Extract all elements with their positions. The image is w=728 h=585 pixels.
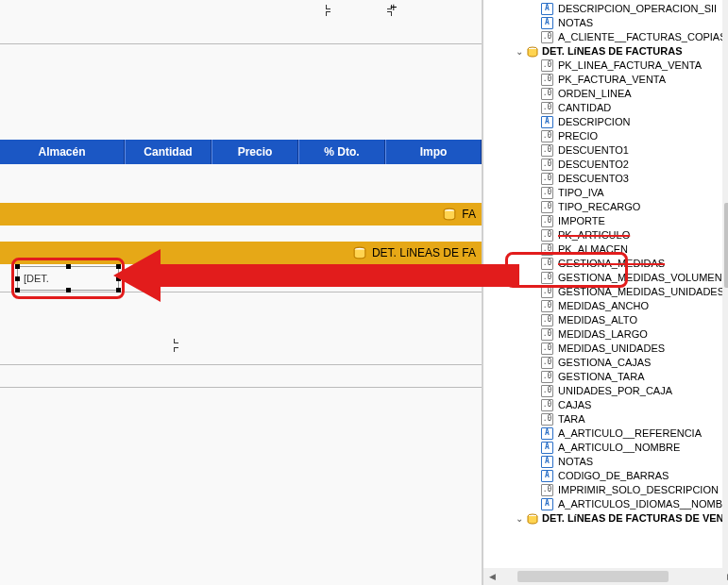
numeric-field-icon: .0 bbox=[540, 74, 554, 86]
tree-item-gestiona-medidas-volumen[interactable]: .0GESTIONA_MEDIDAS_VOLUMEN bbox=[483, 271, 728, 285]
scroll-right-icon[interactable]: ▶ bbox=[721, 568, 728, 585]
numeric-field-icon: .0 bbox=[540, 130, 554, 142]
col-almacen: Almacén bbox=[0, 140, 125, 164]
tree-item-cantidad[interactable]: .0CANTIDAD bbox=[483, 101, 728, 115]
field-placeholder-2[interactable]: ⌐[DET bbox=[283, 266, 312, 291]
tree-item-unidades-por-caja[interactable]: .0UNIDADES_POR_CAJA bbox=[483, 384, 728, 398]
tree-item-pk-almacen[interactable]: .0PK_ALMACEN bbox=[483, 242, 728, 257]
scroll-left-icon[interactable]: ◀ bbox=[483, 568, 500, 585]
text-field-icon: A bbox=[540, 116, 554, 128]
tree-item-pk-linea-factura-venta[interactable]: .0PK_LINEA_FACTURA_VENTA bbox=[483, 58, 728, 73]
text-field-icon: A bbox=[540, 17, 554, 29]
horizontal-scrollbar[interactable]: ◀ ▶ bbox=[483, 568, 728, 585]
field-placeholder-3[interactable]: ⌐[DET bbox=[340, 266, 368, 291]
numeric-field-icon: .0 bbox=[540, 201, 554, 213]
database-icon bbox=[443, 208, 456, 221]
tree-item-cajas[interactable]: .0CAJAS bbox=[483, 398, 728, 412]
section-band-fa-label: FA bbox=[462, 208, 476, 221]
report-designer-canvas[interactable]: + Almacén Cantidad Precio % Dto. Impo FA… bbox=[0, 0, 482, 585]
numeric-field-icon: .0 bbox=[540, 187, 554, 199]
numeric-field-icon: .0 bbox=[540, 159, 554, 171]
numeric-field-icon: .0 bbox=[540, 59, 554, 72]
col-cantidad: Cantidad bbox=[125, 140, 212, 164]
text-field-icon: A bbox=[540, 470, 554, 482]
tree-item-pk-articulo[interactable]: .0PK_ARTICULO bbox=[483, 228, 728, 242]
text-field-icon: A bbox=[540, 3, 554, 15]
numeric-field-icon: .0 bbox=[540, 385, 554, 397]
numeric-field-icon: .0 bbox=[540, 258, 554, 270]
selected-field-label: [DET. bbox=[24, 273, 49, 284]
numeric-field-icon: .0 bbox=[540, 399, 554, 411]
selected-field-pk-almacen[interactable]: [DET. bbox=[11, 258, 125, 299]
numeric-field-icon: .0 bbox=[540, 300, 554, 312]
expand-toggle-icon[interactable]: ⌄ bbox=[514, 44, 525, 58]
tree-item-descuento1[interactable]: .0DESCUENTO1 bbox=[483, 143, 728, 158]
text-field-icon: A bbox=[540, 456, 554, 468]
tree-item-medidas-alto[interactable]: .0MEDIDAS_ALTO bbox=[483, 313, 728, 327]
tree-item-a-cliente-facturas-copias[interactable]: .0A_CLIENTE__FACTURAS_COPIAS bbox=[483, 30, 728, 44]
tree-item-codigo-de-barras[interactable]: ACODIGO_DE_BARRAS bbox=[483, 469, 728, 483]
tree-item-a-articulo-nombre[interactable]: AA_ARTICULO__NOMBRE bbox=[483, 441, 728, 455]
tree-item-orden-linea[interactable]: .0ORDEN_LINEA bbox=[483, 87, 728, 101]
numeric-field-icon: .0 bbox=[540, 286, 554, 298]
tree-item-gestiona-medidas-unidades[interactable]: .0GESTIONA_MEDIDAS_UNIDADES bbox=[483, 285, 728, 299]
tree-item-gestiona-tara[interactable]: .0GESTIONA_TARA bbox=[483, 370, 728, 384]
fields-tree[interactable]: ADESCRIPCION_OPERACION_SIIANOTAS.0A_CLIE… bbox=[483, 2, 728, 526]
col-importe: Impo bbox=[385, 140, 482, 164]
numeric-field-icon: .0 bbox=[540, 484, 554, 496]
fields-panel: ADESCRIPCION_OPERACION_SIIANOTAS.0A_CLIE… bbox=[482, 0, 728, 585]
section-band-fa[interactable]: FA bbox=[0, 203, 482, 226]
tree-item-a-articulo-referencia[interactable]: AA_ARTICULO__REFERENCIA bbox=[483, 426, 728, 441]
numeric-field-icon: .0 bbox=[540, 229, 554, 242]
tree-item-gestiona-medidas[interactable]: .0GESTIONA_MEDIDAS bbox=[483, 257, 728, 271]
tree-item-medidas-largo[interactable]: .0MEDIDAS_LARGO bbox=[483, 327, 728, 342]
database-icon bbox=[527, 46, 538, 58]
tree-item-notas[interactable]: ANOTAS bbox=[483, 455, 728, 469]
vertical-scrollbar[interactable] bbox=[722, 0, 728, 568]
numeric-field-icon: .0 bbox=[540, 144, 554, 157]
tree-item-importe[interactable]: .0IMPORTE bbox=[483, 214, 728, 228]
tree-item-medidas-ancho[interactable]: .0MEDIDAS_ANCHO bbox=[483, 299, 728, 313]
col-dto: % Dto. bbox=[298, 140, 385, 164]
tree-item-imprimir-solo-descripcion[interactable]: .0IMPRIMIR_SOLO_DESCRIPCION bbox=[483, 483, 728, 497]
tree-item-descuento2[interactable]: .0DESCUENTO2 bbox=[483, 158, 728, 172]
plus-marker: + bbox=[390, 0, 398, 14]
numeric-field-icon: .0 bbox=[540, 413, 554, 426]
tree-item-tara[interactable]: .0TARA bbox=[483, 412, 728, 426]
tree-item-tipo-recargo[interactable]: .0TIPO_RECARGO bbox=[483, 200, 728, 214]
text-field-icon: A bbox=[540, 427, 554, 440]
tree-item-pk-factura-venta[interactable]: .0PK_FACTURA_VENTA bbox=[483, 73, 728, 87]
expand-toggle-icon[interactable]: ⌄ bbox=[514, 511, 525, 526]
numeric-field-icon: .0 bbox=[540, 314, 554, 326]
tree-item-descuento3[interactable]: .0DESCUENTO3 bbox=[483, 172, 728, 186]
column-header-row: Almacén Cantidad Precio % Dto. Impo bbox=[0, 140, 482, 164]
numeric-field-icon: .0 bbox=[540, 328, 554, 341]
tree-item-precio[interactable]: .0PRECIO bbox=[483, 129, 728, 143]
text-field-icon: A bbox=[540, 498, 554, 510]
numeric-field-icon: .0 bbox=[540, 272, 554, 284]
numeric-field-icon: .0 bbox=[540, 343, 554, 355]
tree-item-det-l-neas-de-facturas[interactable]: ⌄DET. LíNEAS DE FACTURAS bbox=[483, 44, 728, 58]
tree-item-gestiona-cajas[interactable]: .0GESTIONA_CAJAS bbox=[483, 356, 728, 370]
numeric-field-icon: .0 bbox=[540, 357, 554, 369]
tree-item-tipo-iva[interactable]: .0TIPO_IVA bbox=[483, 186, 728, 200]
field-placeholder-4[interactable]: ⌐[DET. LIN bbox=[397, 266, 447, 291]
tree-item-notas[interactable]: ANOTAS bbox=[483, 16, 728, 30]
tree-item-det-l-neas-de-facturas-de-venta[interactable]: ⌄DET. LíNEAS DE FACTURAS DE VENTA bbox=[483, 511, 728, 526]
tree-item-a-articulos-idiomas-nombre[interactable]: AA_ARTICULOS_IDIOMAS__NOMBRE bbox=[483, 497, 728, 511]
numeric-field-icon: .0 bbox=[540, 371, 554, 383]
tree-item-descripcion[interactable]: ADESCRIPCION bbox=[483, 115, 728, 129]
database-icon bbox=[527, 513, 538, 525]
section-band-det-lineas-label: DET. LíNEAS DE FA bbox=[372, 246, 476, 259]
database-icon bbox=[353, 246, 366, 259]
text-field-icon: A bbox=[540, 442, 554, 454]
col-precio: Precio bbox=[212, 140, 298, 164]
numeric-field-icon: .0 bbox=[540, 243, 554, 256]
tree-item-medidas-unidades[interactable]: .0MEDIDAS_UNIDADES bbox=[483, 342, 728, 356]
numeric-field-icon: .0 bbox=[540, 173, 554, 185]
numeric-field-icon: .0 bbox=[540, 31, 554, 43]
numeric-field-icon: .0 bbox=[540, 102, 554, 114]
tree-item-descripcion-operacion-sii[interactable]: ADESCRIPCION_OPERACION_SII bbox=[483, 2, 728, 16]
numeric-field-icon: .0 bbox=[540, 88, 554, 100]
numeric-field-icon: .0 bbox=[540, 215, 554, 227]
